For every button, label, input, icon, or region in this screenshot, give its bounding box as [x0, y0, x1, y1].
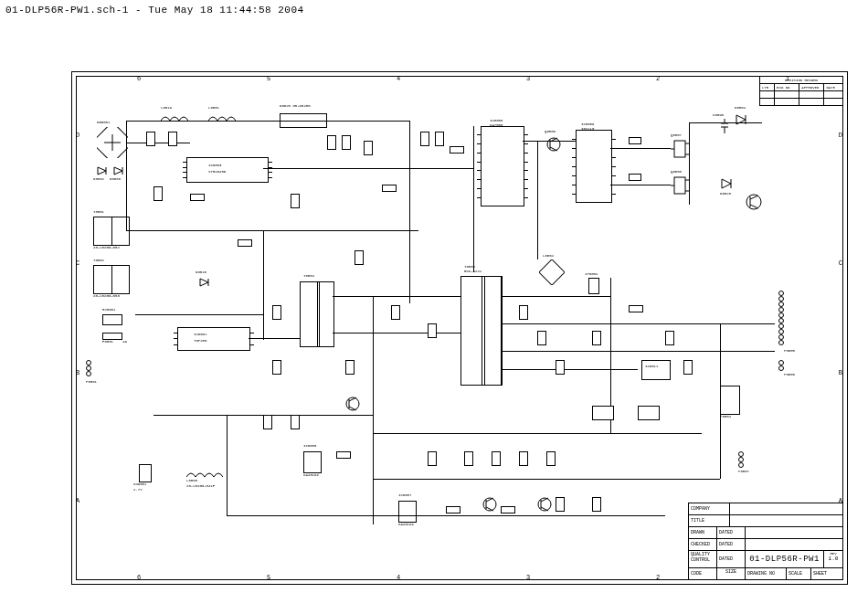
res — [382, 185, 397, 192]
ref-label: C8090 — [713, 113, 724, 117]
ref-label: RV8001 — [102, 308, 115, 312]
val-label: KA431DZ — [398, 523, 414, 526]
diode-icon — [199, 278, 210, 287]
bjt-icon — [546, 137, 561, 152]
res — [629, 174, 641, 181]
svg-point-19 — [746, 195, 761, 209]
output-connector-c — [738, 451, 746, 468]
cap — [345, 360, 355, 375]
ac-inlet-connector — [86, 360, 93, 376]
output-connector-b — [778, 360, 786, 371]
cap — [263, 415, 272, 429]
cap — [683, 360, 693, 375]
col-label: 2 — [652, 75, 663, 82]
ref-label: L8019 — [161, 106, 172, 110]
row-label: D — [76, 132, 79, 143]
mosfet-icon — [671, 139, 689, 159]
svg-marker-17 — [722, 179, 731, 188]
cap — [592, 331, 601, 345]
capacitor-icon — [720, 119, 729, 133]
cap — [342, 135, 351, 150]
tb-sheet-label: SHEET — [811, 568, 842, 579]
cap — [364, 141, 373, 155]
res — [501, 506, 515, 513]
ref-label: IC8009 — [581, 122, 594, 126]
bjt-icon — [345, 397, 360, 411]
svg-rect-27 — [539, 259, 565, 285]
val-label: KA7500 — [490, 123, 503, 127]
col-label: 3 — [523, 75, 534, 82]
val-label: 20-LR2G3-052 — [93, 246, 120, 249]
svg-line-21 — [750, 196, 758, 199]
col-label: 4 — [393, 75, 404, 82]
val-label: KA431DZ — [303, 473, 319, 477]
row-label: B — [839, 369, 842, 380]
res — [450, 146, 464, 154]
drawing-border-inner: 6 5 4 3 2 1 6 5 4 3 2 D C B A D C B A RE… — [76, 76, 843, 580]
ic8008 — [481, 126, 524, 206]
ref-label: P8007 — [738, 470, 749, 473]
ref-label: Q8008 — [671, 170, 682, 174]
val-label: IR2110 — [581, 127, 594, 131]
tb-qc-label: QUALITY CONTROL — [691, 552, 715, 563]
tb-dated-label: DATED — [717, 551, 746, 567]
cap — [519, 451, 528, 466]
title-block: COMPANY TITLE DRAWN DATED CHECKED DATED … — [688, 503, 842, 579]
tb-scale-label: SCALE — [787, 568, 811, 579]
drawing-border-outer: 6 5 4 3 2 1 6 5 4 3 2 D C B A D C B A RE… — [71, 71, 848, 585]
cap — [327, 135, 336, 150]
tb-drawn-label: DRAWN — [689, 527, 717, 538]
tb-dated-label: DATED — [717, 527, 746, 538]
tb-size-label: SIZE — [725, 569, 736, 575]
varistor — [102, 314, 122, 325]
row-label: A — [76, 497, 79, 508]
tb-checked-label: CHECKED — [689, 539, 717, 550]
tb-title-label: TITLE — [689, 515, 730, 526]
ref-label: IC8001 — [194, 333, 206, 336]
ref-label: DB8001 — [97, 121, 110, 124]
res — [446, 506, 460, 513]
bridge-rectifier-icon — [97, 127, 128, 158]
ref-label: F8001 — [102, 340, 113, 344]
transformer-t8004 — [300, 281, 334, 347]
ref-label: P8005 — [784, 349, 795, 353]
ref-label: IC8003 — [208, 164, 221, 167]
cap — [291, 194, 300, 208]
ref-label: L8004 — [543, 254, 554, 258]
jumper — [588, 278, 599, 294]
cap — [428, 323, 437, 338]
transformer-t8005 — [460, 276, 503, 386]
cap — [556, 497, 565, 512]
ref-label: Q8007 — [671, 133, 682, 137]
cap — [420, 132, 429, 146]
cap — [428, 451, 437, 466]
cap — [272, 360, 281, 375]
ref-label: D8002 — [93, 177, 104, 181]
inductor-diamond-icon — [539, 259, 565, 285]
cap — [464, 451, 473, 466]
svg-marker-30 — [114, 167, 122, 175]
bjt-icon — [537, 497, 552, 512]
cap — [153, 186, 163, 201]
bjt-icon — [746, 194, 762, 210]
svg-rect-3 — [674, 141, 685, 157]
res — [190, 194, 205, 201]
output-connector-a — [778, 291, 786, 345]
row-label: C — [839, 259, 842, 270]
transformer-t8001 — [93, 217, 130, 246]
tb-code-label: CODE — [689, 568, 717, 579]
svg-line-22 — [750, 205, 758, 208]
ref-label: IC8008 — [490, 119, 503, 122]
val-label: 4A — [122, 340, 127, 344]
ref-label: JP8002 — [585, 272, 598, 276]
res — [238, 239, 252, 247]
ref-label: P8004 — [720, 415, 731, 418]
row-label: C — [76, 259, 79, 270]
ref-label: T8001 — [93, 210, 104, 214]
ref-label: Q8006 — [545, 130, 556, 133]
ref-label: P8006 — [784, 373, 795, 376]
val-label: TOP200 — [194, 339, 206, 343]
diode-icon — [735, 113, 747, 126]
tb-rev: 1.0 — [829, 556, 839, 562]
col-label: 6 — [133, 75, 144, 82]
